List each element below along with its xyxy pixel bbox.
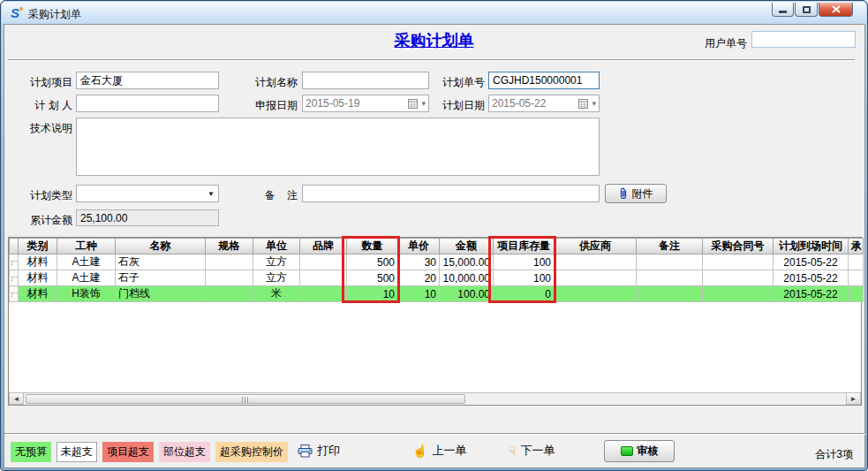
table-cell[interactable]: 材料 [19, 286, 57, 302]
scrollbar-grip-icon [242, 397, 249, 403]
table-cell[interactable] [849, 286, 864, 302]
table-cell[interactable]: 10,000.00 [440, 270, 494, 286]
plan-date-picker[interactable]: 2015-05-22 ▾ [488, 95, 600, 112]
plan-name-input[interactable] [302, 72, 429, 89]
row-selector[interactable] [10, 254, 19, 270]
plan-name-label: 计划名称 [241, 75, 298, 90]
table-cell[interactable] [300, 286, 347, 302]
table-cell[interactable]: 100.00 [440, 286, 494, 302]
title-bar[interactable]: S 采购计划单 [2, 2, 866, 24]
planner-input[interactable] [76, 95, 219, 112]
table-cell[interactable]: 2015-05-22 [774, 286, 849, 302]
table-cell[interactable] [206, 286, 253, 302]
approve-button[interactable]: 审核 [604, 440, 675, 462]
table-cell[interactable]: 门档线 [116, 286, 206, 302]
table-cell[interactable] [637, 270, 703, 286]
table-cell[interactable] [849, 270, 864, 286]
user-no-input[interactable] [751, 31, 856, 48]
table-cell[interactable] [555, 270, 637, 286]
table-cell[interactable] [555, 254, 637, 270]
remark-input[interactable] [302, 185, 600, 202]
print-button[interactable]: 打印 [298, 443, 340, 459]
table-cell[interactable] [555, 286, 637, 302]
table-cell[interactable] [206, 270, 253, 286]
scroll-left-button[interactable]: ◄ [9, 393, 24, 405]
header-separator [8, 59, 855, 61]
print-button-label: 打印 [317, 443, 340, 459]
close-icon [832, 5, 841, 13]
tech-desc-textarea[interactable] [76, 118, 600, 176]
minimize-button[interactable] [772, 3, 794, 17]
chevron-down-icon: ▾ [421, 99, 426, 108]
table-cell[interactable] [300, 270, 347, 286]
table-cell[interactable]: 2015-05-22 [774, 254, 849, 270]
table-cell[interactable]: 石子 [116, 270, 206, 286]
plan-date-value: 2015-05-22 [492, 97, 578, 110]
table-cell[interactable] [703, 270, 774, 286]
plan-project-label: 计划项目 [16, 75, 72, 90]
plan-no-input[interactable] [488, 72, 600, 89]
table-cell[interactable]: 0 [494, 286, 555, 302]
attachment-button-label: 附件 [632, 186, 653, 201]
table-cell[interactable]: 500 [347, 254, 398, 270]
declare-date-picker[interactable]: 2015-05-19 ▾ [302, 95, 429, 112]
maximize-icon [803, 6, 811, 13]
table-cell[interactable] [637, 286, 703, 302]
next-doc-label: 下一单 [521, 443, 555, 459]
attachment-button[interactable]: 附件 [605, 184, 667, 203]
next-doc-button[interactable]: ☟ 下一单 [509, 443, 555, 459]
legend-chip: 无预算 [11, 442, 51, 462]
row-selector[interactable] [10, 270, 19, 286]
previous-doc-label: 上一单 [432, 443, 466, 459]
plan-type-select[interactable]: ▼ [76, 185, 219, 202]
window-title: 采购计划单 [28, 7, 81, 22]
table-cell[interactable]: 10 [398, 286, 440, 302]
table-cell[interactable]: A土建 [57, 254, 116, 270]
column-header: 单位 [253, 239, 300, 254]
table-cell[interactable]: 材料 [19, 254, 57, 270]
table-cell[interactable]: 20 [398, 270, 440, 286]
column-header: 规格 [206, 239, 253, 254]
table-cell[interactable]: 立方 [253, 254, 300, 270]
table-cell[interactable]: 30 [398, 254, 440, 270]
table-row[interactable]: 材料A土建石子立方5002010,000.001002015-05-22 [10, 270, 864, 286]
table-cell[interactable] [703, 286, 774, 302]
maximize-button[interactable] [795, 3, 818, 17]
table-row[interactable]: 材料H装饰门档线米1010100.0002015-05-22 [10, 286, 864, 302]
plan-project-input[interactable] [76, 72, 219, 89]
table-cell[interactable] [206, 254, 253, 270]
table-cell[interactable]: 500 [347, 270, 398, 286]
table-cell[interactable]: 米 [253, 286, 300, 302]
total-items-count: 合计3项 [815, 447, 853, 462]
close-button[interactable] [819, 3, 853, 17]
horizontal-scrollbar[interactable]: ◄ ► [9, 392, 861, 405]
items-grid-panel: 类别工种名称规格单位品牌数量单价金额项目库存量供应商备注采购合同号计划到场时间承… [8, 237, 862, 406]
table-cell[interactable] [300, 254, 347, 270]
row-selector[interactable] [10, 286, 19, 302]
table-cell[interactable]: 100 [494, 270, 555, 286]
table-cell[interactable]: 2015-05-22 [774, 270, 849, 286]
table-cell[interactable] [849, 254, 864, 270]
table-cell[interactable]: 100 [494, 254, 555, 270]
column-header: 品牌 [300, 239, 347, 254]
table-cell[interactable]: 10 [347, 286, 398, 302]
selector-column-header [10, 239, 19, 254]
table-row[interactable]: 材料A土建石灰立方5003015,000.001002015-05-22 [10, 254, 864, 270]
total-amount-label: 累计金额 [16, 213, 72, 228]
table-cell[interactable]: 立方 [253, 270, 300, 286]
table-cell[interactable]: 15,000.00 [440, 254, 494, 270]
column-header: 采购合同号 [703, 239, 774, 254]
scroll-right-button[interactable]: ► [846, 393, 861, 405]
footer-separator [4, 433, 865, 435]
previous-doc-button[interactable]: ☝ 上一单 [412, 443, 466, 459]
table-cell[interactable]: 石灰 [116, 254, 206, 270]
table-cell[interactable]: H装饰 [57, 286, 116, 302]
table-cell[interactable] [637, 254, 703, 270]
printer-icon [298, 444, 313, 458]
table-cell[interactable]: A土建 [57, 270, 116, 286]
scrollbar-thumb[interactable] [26, 394, 465, 404]
remark-label: 备 注 [241, 188, 298, 203]
table-cell[interactable]: 材料 [19, 270, 57, 286]
table-cell[interactable] [703, 254, 774, 270]
column-header: 名称 [116, 239, 206, 254]
